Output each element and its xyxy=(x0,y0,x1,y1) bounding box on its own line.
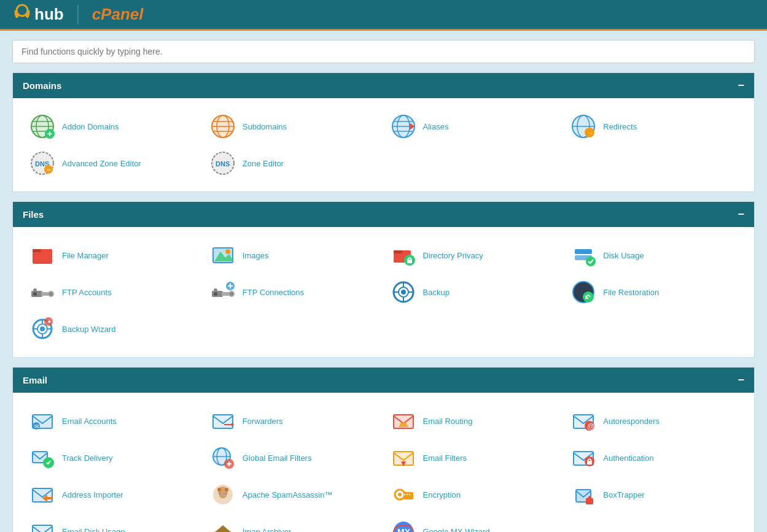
ftp-accounts-item[interactable]: FTP Accounts xyxy=(23,274,203,310)
disk-usage-item[interactable]: Disk Usage xyxy=(564,237,744,274)
autoresponders-icon: @ xyxy=(570,407,597,434)
files-collapse-icon[interactable]: − xyxy=(738,208,744,221)
svg-point-54 xyxy=(33,292,37,296)
svg-rect-58 xyxy=(33,288,37,292)
track-delivery-icon xyxy=(29,444,56,471)
authentication-item[interactable]: Authentication xyxy=(564,439,744,476)
google-mx-wizard-item[interactable]: MX Google MX Wizard xyxy=(384,513,564,532)
email-section-header[interactable]: Email − xyxy=(13,368,754,393)
svg-point-60 xyxy=(214,292,217,296)
svg-rect-119 xyxy=(33,488,52,502)
files-section-header[interactable]: Files − xyxy=(13,202,754,227)
redirects-label: Redirects xyxy=(603,122,637,131)
email-section-title: Email xyxy=(23,375,47,385)
email-section: Email − ✉ Email Accounts xyxy=(12,367,755,532)
domains-section-title: Domains xyxy=(23,80,61,91)
ftp-connections-icon xyxy=(209,279,236,306)
svg-point-52 xyxy=(586,256,596,266)
address-importer-item[interactable]: Address Importer xyxy=(23,476,203,513)
cpanel-text: cPanel xyxy=(92,5,144,24)
track-delivery-item[interactable]: Track Delivery xyxy=(23,439,203,476)
global-email-filters-item[interactable]: Global Email Filters xyxy=(203,439,384,476)
apache-spamassassin-item[interactable]: Apache SpamAssassin™ xyxy=(203,476,384,513)
addon-domains-icon: + xyxy=(29,113,56,140)
svg-rect-47 xyxy=(394,250,402,253)
authentication-icon xyxy=(570,444,597,471)
redirects-icon: → xyxy=(570,113,597,140)
svg-text:MX: MX xyxy=(397,527,411,532)
boxtrapper-item[interactable]: BoxTrapper xyxy=(564,476,744,513)
svg-text:✏: ✏ xyxy=(47,167,52,173)
boxtrapper-label: BoxTrapper xyxy=(603,490,644,499)
email-disk-usage-item[interactable]: Email Disk Usage xyxy=(23,513,203,532)
svg-rect-64 xyxy=(214,288,217,292)
email-accounts-label: Email Accounts xyxy=(62,417,117,426)
search-input[interactable] xyxy=(12,40,755,63)
svg-text:+: + xyxy=(47,129,52,139)
apache-spamassassin-label: Apache SpamAssassin™ xyxy=(243,490,333,499)
subdomains-item[interactable]: Subdomains xyxy=(203,108,384,145)
svg-rect-118 xyxy=(587,461,592,465)
images-item[interactable]: Images xyxy=(203,237,384,274)
svg-point-128 xyxy=(225,493,227,495)
svg-rect-130 xyxy=(403,492,413,499)
file-manager-item[interactable]: File Manager xyxy=(23,237,203,274)
domains-section-body: + Addon Domains Subdomains xyxy=(13,98,754,191)
file-restoration-icon xyxy=(570,279,597,306)
file-manager-label: File Manager xyxy=(62,251,109,260)
images-icon xyxy=(209,242,236,269)
subdomains-icon xyxy=(209,113,236,140)
redirects-item[interactable]: → Redirects xyxy=(564,108,744,145)
subdomains-label: Subdomains xyxy=(243,122,287,131)
logo-divider xyxy=(77,5,79,25)
email-filters-icon xyxy=(390,444,417,471)
aliases-label: Aliases xyxy=(423,122,449,131)
boxtrapper-icon xyxy=(570,481,597,508)
disk-usage-icon xyxy=(570,242,597,269)
svg-rect-137 xyxy=(586,498,593,504)
global-email-filters-label: Global Email Filters xyxy=(243,453,312,463)
backup-wizard-item[interactable]: ✦ Backup Wizard xyxy=(23,310,203,347)
headphones-icon xyxy=(12,2,32,26)
domains-collapse-icon[interactable]: − xyxy=(738,79,744,92)
backup-item[interactable]: Backup xyxy=(384,274,564,310)
email-disk-usage-icon xyxy=(29,518,56,532)
app-header: hub cPanel xyxy=(0,0,767,31)
imap-archiver-item[interactable]: Imap Archiver xyxy=(203,513,384,532)
svg-point-57 xyxy=(49,292,53,296)
advanced-zone-editor-item[interactable]: DNS ✏ Advanced Zone Editor xyxy=(23,145,203,182)
ftp-connections-label: FTP Connections xyxy=(243,288,304,297)
files-section: Files − File Manager xyxy=(12,201,755,358)
email-filters-item[interactable]: Email Filters xyxy=(384,439,564,476)
email-routing-item[interactable]: Email Routing xyxy=(384,403,564,439)
email-accounts-icon: ✉ xyxy=(29,407,56,434)
zone-editor-icon: DNS xyxy=(209,150,236,177)
ftp-accounts-label: FTP Accounts xyxy=(62,288,112,297)
email-accounts-item[interactable]: ✉ Email Accounts xyxy=(23,403,203,439)
advanced-zone-editor-label: Advanced Zone Editor xyxy=(62,159,141,168)
encryption-item[interactable]: Encryption xyxy=(384,476,564,513)
directory-privacy-icon xyxy=(390,242,417,269)
domains-section-header[interactable]: Domains − xyxy=(13,73,754,98)
autoresponders-label: Autoresponders xyxy=(603,417,660,426)
addon-domains-item[interactable]: + Addon Domains xyxy=(23,108,203,145)
forwarders-item[interactable]: Forwarders xyxy=(203,403,384,439)
zone-editor-item[interactable]: DNS Zone Editor xyxy=(203,145,384,182)
svg-point-125 xyxy=(225,488,228,492)
autoresponders-item[interactable]: @ Autoresponders xyxy=(564,403,744,439)
email-collapse-icon[interactable]: − xyxy=(738,374,744,387)
email-routing-label: Email Routing xyxy=(423,417,473,426)
header-logo: hub cPanel xyxy=(12,2,143,26)
email-section-body: ✉ Email Accounts Forwarders xyxy=(13,393,754,532)
zone-editor-label: Zone Editor xyxy=(243,159,284,168)
svg-rect-50 xyxy=(575,249,592,254)
aliases-item[interactable]: Aliases xyxy=(384,108,564,145)
google-mx-wizard-label: Google MX Wizard xyxy=(423,527,490,533)
svg-point-63 xyxy=(230,292,233,296)
google-mx-wizard-icon: MX xyxy=(390,518,417,532)
svg-rect-49 xyxy=(407,260,412,263)
directory-privacy-item[interactable]: Directory Privacy xyxy=(384,237,564,274)
file-restoration-item[interactable]: File Restoration xyxy=(564,274,744,310)
svg-point-77 xyxy=(583,291,594,303)
ftp-connections-item[interactable]: FTP Connections xyxy=(203,274,384,310)
